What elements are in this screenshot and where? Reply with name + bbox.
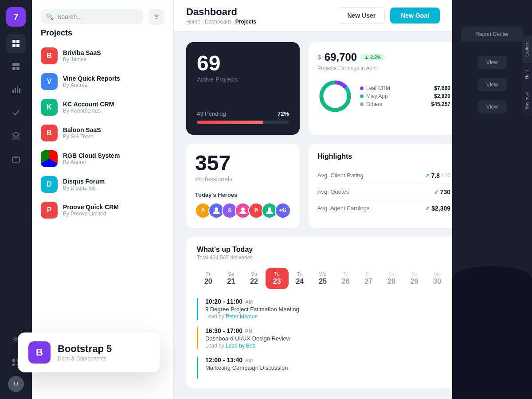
search-icon: 🔍 [46,13,54,20]
cal-day[interactable]: Fri 27 [357,268,380,289]
event-lead-link[interactable]: Peter Marcus [226,313,257,320]
main-content: Dashboard Home · Dashboard · Projects Ne… [174,0,452,399]
svg-rect-7 [12,90,14,93]
svg-rect-4 [12,63,20,66]
new-user-button[interactable]: New User [338,7,385,24]
cal-day[interactable]: Su 22 [243,268,266,289]
project-info-briviba: Briviba SaaS By James [63,49,101,63]
event-bar [197,356,198,379]
side-tabs: Explore Help Buy now [522,35,532,116]
calendar-row: Fr 20 Sa 21 Su 22 Tu 23 Tu 24 [197,268,449,289]
svg-point-21 [215,207,218,211]
search-bar: 🔍 [41,9,143,24]
buy-tab[interactable]: Buy now [522,86,532,115]
top-bar-actions: New User New Goal [338,7,440,24]
project-icon-vine: V [41,73,58,90]
cal-day[interactable]: Fr 20 [197,268,220,289]
report-center-button[interactable]: Report Center [461,27,523,42]
new-goal-button[interactable]: New Goal [390,8,440,23]
bootstrap-popup[interactable]: B Bootstrap 5 Docs & Components [32,332,160,372]
svg-rect-8 [15,88,16,93]
help-tab[interactable]: Help [522,64,532,86]
svg-point-23 [268,207,271,211]
earnings-subtitle: Projects Earnings in April [317,65,450,71]
professionals-count: 357 [195,153,291,174]
event-lead-link[interactable]: Lead by Bob [226,343,255,349]
project-icon-briviba: B [41,47,58,64]
project-icon-proove: P [41,202,58,219]
project-item[interactable]: RGB Cloud System By Andrei [32,146,173,172]
event-lead: Lead by Lead by Bob [205,343,290,349]
sidebar-icon-squares[interactable] [6,57,26,76]
svg-rect-10 [19,88,20,93]
sidebar-icon-chart[interactable] [6,80,26,99]
projects-title: Projects [32,28,173,43]
cal-day[interactable]: We 25 [311,268,334,289]
project-item[interactable]: B Baloon SaaS By SIA Team [32,120,173,146]
event-bar [197,298,198,320]
cal-day-active[interactable]: Tu 23 [266,268,289,289]
svg-rect-0 [12,40,16,43]
bootstrap-logo: B [32,341,51,364]
project-item[interactable]: K KC Account CRM By Keenthemes [32,94,173,120]
cal-day[interactable]: Mo 30 [426,268,449,289]
pending-label: 43 Pending [197,110,226,117]
progress-fill [197,121,263,124]
active-projects-label: Active Projects [197,76,289,83]
search-input[interactable] [57,13,138,20]
event-name: Dashboard UI/UX Design Review [205,335,290,342]
heroes-label: Today's Heroes [195,192,291,198]
project-item[interactable]: B Briviba SaaS By James [32,43,173,69]
filter-button[interactable] [149,9,164,25]
dark-curve [452,266,532,399]
sidebar-icon-grid[interactable] [6,34,26,53]
earnings-badge: ▲ 2.2% [360,54,385,61]
sidebar-icon-check[interactable] [6,103,26,122]
svg-rect-1 [16,40,20,43]
project-item[interactable]: V Vine Quick Reports By Andres [32,69,173,94]
svg-rect-6 [16,67,20,70]
explore-tab[interactable]: Explore [522,35,532,63]
view-button-3[interactable]: View [477,100,507,113]
cal-day[interactable]: Tu 24 [289,268,312,289]
project-info-kc: KC Account CRM By Keenthemes [63,101,114,114]
left-panel: 🔍 Projects B Briviba SaaS By James V Vin… [32,0,174,399]
event-lead: Lead by Peter Marcus [205,313,299,320]
svg-point-12 [15,338,17,341]
cal-day[interactable]: Sa 21 [220,268,243,289]
highlight-row-rating: Avg. Client Rating ↗ 7.8 / 10 [317,168,450,184]
sidebar-user-avatar[interactable]: U [8,376,24,392]
today-subtitle: Total 424,567 deliveries [197,254,449,261]
event-time: 16:30 - 17:00 PM [205,327,290,334]
trend-down-icon: ↙ [434,189,438,195]
event-name: Marketing Campaign Discussion [205,364,288,371]
view-button-2[interactable]: View [477,78,507,91]
dashboard-content: 69 Active Projects 43 Pending 72% $ 69,7… [174,31,452,399]
cal-day[interactable]: Su 29 [403,268,426,289]
project-icon-rgb [41,150,58,167]
svg-rect-5 [12,67,16,70]
project-item[interactable]: P Proove Quick CRM By Proove Limited [32,197,173,223]
legend-item-mivy: Mivy App $2,820 [360,93,450,99]
bootstrap-link[interactable]: Docs & Components [58,356,112,362]
project-info-proove: Proove Quick CRM By Proove Limited [63,203,119,217]
sidebar-icon-briefcase[interactable] [6,149,26,168]
donut-chart [317,78,353,114]
sidebar-icon-layers[interactable] [6,126,26,145]
progress-bar [197,121,289,124]
breadcrumb: Dashboard Home · Dashboard · Projects [186,6,256,25]
event-time: 12:00 - 13:40 AM [205,356,288,364]
svg-rect-11 [12,157,20,162]
project-item[interactable]: D Disqus Forum By Disqus Inc. [32,172,173,197]
cal-day[interactable]: Sa 28 [380,268,403,289]
earnings-chart-row: Leaf CRM $7,660 Mivy App $2,820 Others $… [317,78,450,114]
today-title: What's up Today [197,246,449,254]
breadcrumb-path: Home · Dashboard · Projects [186,19,256,25]
earnings-dollar: $ [317,54,321,61]
cal-day[interactable]: Tu 26 [334,268,357,289]
project-icon-baloon: B [41,125,58,141]
view-button[interactable]: View [477,56,507,69]
project-info-disqus: Disqus Forum By Disqus Inc. [63,178,105,191]
avatars-row: A S P +42 [195,203,291,219]
project-icon-disqus: D [41,176,58,193]
